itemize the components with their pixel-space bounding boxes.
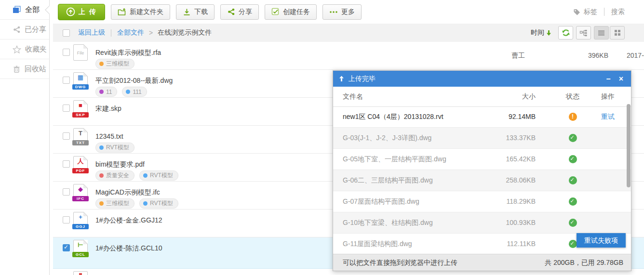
file-manager-app: 全部 已分享 收藏夹 回收站 上 传 bbox=[0, 0, 644, 275]
tag-color-dot bbox=[126, 90, 130, 94]
file-type-icon: ■ SKP bbox=[73, 100, 88, 118]
file-name[interactable]: 1#办公楼-金金.GGJ12 bbox=[95, 215, 162, 225]
tag-pill[interactable]: RVT模型 bbox=[139, 170, 178, 181]
list-controls: 时间 bbox=[531, 24, 625, 42]
storage-usage: 共 200GB，已用 29.78GB bbox=[545, 254, 623, 271]
share-button[interactable]: 分享 bbox=[220, 4, 259, 20]
list-view-button[interactable] bbox=[594, 26, 609, 39]
tag-label: 三维模型 bbox=[106, 60, 129, 68]
file-size: 396KB bbox=[564, 42, 608, 69]
upload-file-size: 112.11KB bbox=[478, 234, 536, 254]
retry-failed-button[interactable]: 重试失败项 bbox=[577, 233, 626, 248]
sidebar-item-trash[interactable]: 回收站 bbox=[0, 59, 49, 79]
row-checkbox[interactable] bbox=[63, 188, 70, 196]
minimize-button[interactable]: – bbox=[604, 75, 613, 83]
status-success-icon bbox=[569, 240, 577, 248]
upload-arrow-icon bbox=[339, 76, 344, 82]
task-check-icon bbox=[271, 8, 280, 16]
tag-pill[interactable]: 质量安全 bbox=[95, 170, 134, 181]
file-name[interactable]: MagiCAD示例模型.ifc bbox=[95, 187, 160, 197]
back-to-parent-link[interactable]: 返回上级 bbox=[78, 28, 105, 37]
sidebar-item-label: 回收站 bbox=[25, 65, 46, 74]
file-name[interactable]: Revit族库示例模型.rfa bbox=[95, 48, 161, 57]
grid-view-button[interactable] bbox=[610, 26, 625, 39]
upload-file-size: 165.42KB bbox=[478, 149, 536, 170]
upload-file-size: 118.29KB bbox=[478, 191, 536, 212]
upload-row: G-06二、三层结构平面图.dwg 258.06KB bbox=[333, 170, 631, 191]
tag-pill[interactable]: 111 bbox=[122, 87, 147, 97]
tag-label: RVT模型 bbox=[150, 171, 173, 180]
download-label: 下载 bbox=[194, 8, 208, 16]
file-name[interactable]: 宋建.skp bbox=[95, 104, 121, 113]
more-dots-icon bbox=[329, 10, 338, 14]
file-name[interactable]: 平立剖2012-08--最新.dwg bbox=[95, 76, 173, 85]
row-checkbox-checked[interactable] bbox=[63, 244, 70, 251]
file-owner: 曹工 bbox=[496, 42, 540, 69]
panel-scrollbar-thumb[interactable] bbox=[627, 104, 631, 187]
share-icon bbox=[13, 26, 21, 34]
sort-by-time-control[interactable]: 时间 bbox=[531, 28, 551, 37]
upload-file-size: 133.37KB bbox=[478, 128, 536, 148]
refresh-button[interactable] bbox=[558, 26, 573, 39]
tree-view-button[interactable] bbox=[576, 26, 591, 39]
row-checkbox[interactable] bbox=[63, 160, 70, 168]
more-button[interactable]: 更多 bbox=[322, 4, 362, 20]
sidebar-item-shared[interactable]: 已分享 bbox=[0, 20, 49, 39]
tags-label: 标签 bbox=[584, 8, 597, 16]
upload-file-size: 100.93KB bbox=[478, 212, 536, 233]
download-button[interactable]: 下载 bbox=[176, 4, 215, 20]
tag-pill[interactable]: RVT模型 bbox=[95, 143, 134, 153]
tag-pill[interactable]: 三维模型 bbox=[95, 198, 134, 209]
row-checkbox[interactable] bbox=[63, 49, 70, 56]
file-type-icon: ⊢ GCL bbox=[73, 240, 88, 257]
status-error-icon bbox=[569, 113, 577, 121]
upload-file-name: G-03(J-1、J-2、J-3详图).dwg bbox=[343, 128, 479, 148]
sidebar-item-favorites[interactable]: 收藏夹 bbox=[0, 39, 49, 59]
tag-color-dot bbox=[99, 62, 104, 66]
tag-pill[interactable]: 三维模型 bbox=[95, 59, 134, 69]
breadcrumb-root-link[interactable]: 全部文件 bbox=[117, 28, 144, 37]
sidebar-item-label: 收藏夹 bbox=[25, 45, 47, 54]
file-name[interactable]: bim模型要求.pdf bbox=[95, 159, 145, 169]
create-task-button[interactable]: 创建任务 bbox=[265, 4, 317, 20]
new-folder-button[interactable]: 新建文件夹 bbox=[111, 4, 170, 20]
file-type-icon: 人 PDF bbox=[73, 156, 88, 173]
upload-row: G-07屋面结构平面图.dwg 118.29KB bbox=[333, 191, 631, 212]
upload-file-name: G-07屋面结构平面图.dwg bbox=[343, 191, 479, 212]
close-icon[interactable]: × bbox=[617, 75, 625, 83]
tag-icon bbox=[573, 8, 581, 16]
tag-pill[interactable]: RVT模型 bbox=[139, 198, 178, 209]
column-filename: 文件名 bbox=[343, 87, 363, 106]
tag-list: RVT模型 bbox=[95, 143, 134, 153]
row-checkbox[interactable] bbox=[63, 77, 70, 84]
refresh-icon bbox=[562, 28, 570, 37]
sidebar: 全部 已分享 收藏夹 回收站 bbox=[0, 0, 50, 275]
tag-color-dot bbox=[99, 173, 104, 178]
status-success-icon bbox=[569, 134, 577, 142]
tag-pill[interactable]: 11 bbox=[95, 87, 117, 97]
file-name[interactable]: 1#办公楼-陈洁.GCL10 bbox=[95, 243, 162, 253]
file-name[interactable]: 12345.txt bbox=[95, 131, 123, 141]
upload-button[interactable]: 上 传 bbox=[58, 4, 105, 20]
upload-panel-footer: 可以把文件直接拖到浏览器中进行上传 共 200GB，已用 29.78GB bbox=[333, 254, 631, 271]
row-checkbox[interactable] bbox=[63, 105, 70, 112]
upload-panel-titlebar[interactable]: 上传完毕 – × bbox=[333, 71, 631, 87]
new-folder-icon bbox=[118, 8, 126, 16]
tags-button[interactable]: 标签 bbox=[573, 8, 597, 16]
select-all-checkbox[interactable] bbox=[63, 29, 70, 37]
retry-link[interactable]: 重试 bbox=[601, 113, 615, 120]
search-button[interactable]: 搜索 bbox=[611, 8, 625, 16]
row-checkbox[interactable] bbox=[63, 216, 70, 223]
tree-view-icon bbox=[579, 29, 588, 37]
file-type-icon: ▦ DWG bbox=[73, 72, 88, 90]
tag-label: 三维模型 bbox=[106, 199, 129, 208]
grid-view-icon bbox=[614, 29, 621, 36]
sidebar-item-all[interactable]: 全部 bbox=[0, 0, 49, 20]
row-checkbox[interactable] bbox=[63, 132, 70, 140]
table-row[interactable]: File Revit族库示例模型.rfa 三维模型 曹工 396KB 2017-… bbox=[53, 42, 644, 70]
column-status: 状态 bbox=[553, 87, 592, 106]
file-type-icon: ◆ IFC bbox=[73, 184, 88, 201]
sort-label: 时间 bbox=[531, 28, 544, 37]
tag-list: 三维模型 bbox=[95, 59, 134, 69]
file-date: 2017-06-26 15:10:40 bbox=[622, 42, 644, 69]
